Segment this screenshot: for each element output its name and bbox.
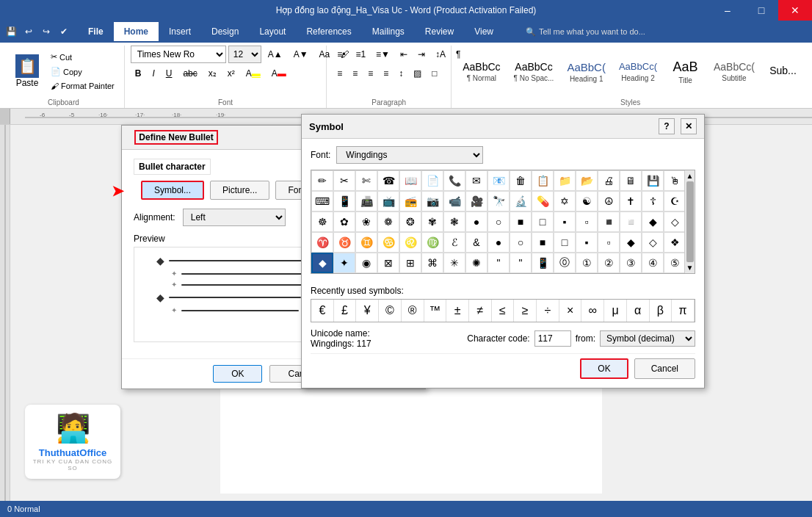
- recent-geq[interactable]: ≥: [514, 300, 537, 322]
- sym-45[interactable]: ▪: [554, 212, 576, 232]
- sym-2[interactable]: ✄: [355, 170, 377, 191]
- sym-26[interactable]: 🔬: [510, 191, 532, 212]
- recent-plusminus[interactable]: ±: [446, 300, 469, 322]
- maximize-button[interactable]: □: [744, 0, 778, 21]
- recent-div[interactable]: ÷: [537, 300, 559, 322]
- symbol-cancel-btn[interactable]: Cancel: [634, 358, 695, 379]
- tab-references[interactable]: References: [296, 22, 361, 41]
- sym-4[interactable]: 📖: [399, 170, 421, 191]
- sym-62[interactable]: □: [554, 232, 576, 253]
- sym-29[interactable]: ☯: [576, 191, 598, 212]
- sym-20[interactable]: 📺: [377, 191, 399, 212]
- sym-9[interactable]: 🗑: [510, 170, 532, 191]
- shading-button[interactable]: ▨: [409, 65, 426, 82]
- picture-btn[interactable]: Picture...: [210, 181, 269, 200]
- sym-12[interactable]: 📂: [576, 170, 598, 191]
- sym-1[interactable]: ✂: [333, 170, 355, 191]
- sym-48[interactable]: ◽: [620, 212, 642, 232]
- sym-21[interactable]: 📻: [399, 191, 421, 212]
- font-grow-button[interactable]: A▲: [264, 46, 287, 63]
- style-normal[interactable]: AaBbCc ¶ Normal: [457, 58, 505, 85]
- border-button[interactable]: □: [427, 65, 441, 82]
- style-heading1[interactable]: AaBbC( Heading 1: [562, 57, 611, 85]
- sym-6[interactable]: 📞: [443, 170, 465, 191]
- sym-35[interactable]: ✿: [333, 212, 355, 232]
- sym-24[interactable]: 🎥: [465, 191, 487, 212]
- sym-78[interactable]: 📱: [532, 253, 554, 273]
- sym-30[interactable]: ☮: [598, 191, 620, 212]
- sym-0[interactable]: ✏: [311, 170, 333, 191]
- sym-23[interactable]: 📹: [443, 191, 465, 212]
- sym-63[interactable]: ▪: [576, 232, 598, 253]
- sym-65[interactable]: ◆: [620, 232, 642, 253]
- font-size-select[interactable]: 12: [228, 46, 261, 63]
- sym-59[interactable]: ●: [487, 232, 510, 253]
- undo-qa-button[interactable]: ↩: [21, 24, 37, 40]
- justify-button[interactable]: ≡: [379, 65, 393, 82]
- recent-euro[interactable]: €: [311, 300, 334, 322]
- font-name-select[interactable]: Times New Ro: [131, 46, 226, 63]
- sym-38[interactable]: ❂: [399, 212, 421, 232]
- sym-57[interactable]: ℰ: [443, 232, 465, 253]
- sym-58[interactable]: &: [465, 232, 487, 253]
- recent-inf[interactable]: ∞: [581, 300, 604, 322]
- recent-copyright[interactable]: ©: [379, 300, 402, 322]
- sym-81[interactable]: ②: [598, 253, 620, 273]
- sym-83[interactable]: ④: [642, 253, 664, 273]
- symbol-help-btn[interactable]: ?: [659, 118, 675, 134]
- sym-77[interactable]: ": [510, 253, 532, 273]
- tab-review[interactable]: Review: [415, 22, 464, 41]
- sym-14[interactable]: 🖥: [620, 170, 642, 191]
- sym-19[interactable]: 📠: [355, 191, 377, 212]
- recent-pi[interactable]: π: [672, 300, 695, 322]
- sym-52[interactable]: ♉: [333, 232, 355, 253]
- symbol-scrollbar[interactable]: ▲ ▼: [684, 170, 695, 273]
- sort-button[interactable]: ↕A: [431, 46, 450, 63]
- sym-84[interactable]: ⑤: [664, 253, 686, 273]
- sym-37[interactable]: ❁: [377, 212, 399, 232]
- decrease-indent-button[interactable]: ⇤: [396, 46, 412, 63]
- sym-54[interactable]: ♋: [377, 232, 399, 253]
- sym-75[interactable]: ✺: [465, 253, 487, 273]
- sym-72[interactable]: ⊞: [399, 253, 421, 273]
- copy-button[interactable]: 📄 Copy: [47, 65, 118, 79]
- sym-50[interactable]: ◇: [664, 212, 686, 232]
- sym-31[interactable]: ✝: [620, 191, 642, 212]
- sym-15[interactable]: 💾: [642, 170, 664, 191]
- sym-47[interactable]: ◾: [598, 212, 620, 232]
- sym-32[interactable]: ☦: [642, 191, 664, 212]
- multilevel-list-button[interactable]: ≡▼: [371, 46, 394, 63]
- from-select[interactable]: Symbol (decimal) Unicode (hex) ASCII (de…: [600, 330, 695, 347]
- recent-yen[interactable]: ¥: [356, 300, 379, 322]
- sym-36[interactable]: ❀: [355, 212, 377, 232]
- font-select-sym[interactable]: Wingdings Symbol Wingdings 2 Wingdings 3: [336, 146, 483, 164]
- paste-button[interactable]: 📋 Paste: [9, 51, 46, 92]
- sym-3[interactable]: ☎: [377, 170, 399, 191]
- tab-layout[interactable]: Layout: [249, 22, 296, 41]
- sym-80[interactable]: ①: [576, 253, 598, 273]
- scroll-up-btn[interactable]: ▲: [686, 172, 694, 180]
- sym-46[interactable]: ▫: [576, 212, 598, 232]
- symbol-btn[interactable]: Symbol...: [141, 181, 204, 200]
- sym-selected[interactable]: ◆: [311, 253, 333, 273]
- recent-mu[interactable]: μ: [604, 300, 627, 322]
- sym-43[interactable]: ■: [510, 212, 532, 232]
- sym-42[interactable]: ○: [487, 212, 510, 232]
- sym-17[interactable]: ⌨: [311, 191, 333, 212]
- recent-notequal[interactable]: ≠: [469, 300, 492, 322]
- sym-67[interactable]: ❖: [664, 232, 686, 253]
- symbol-dialog[interactable]: Symbol ? ✕ Font: Wingdings Symbol Wingdi…: [301, 114, 705, 388]
- alignment-select[interactable]: Left Centered Right: [183, 209, 286, 226]
- align-left-button[interactable]: ≡: [333, 65, 347, 82]
- recent-pound[interactable]: £: [334, 300, 357, 322]
- sym-51[interactable]: ♈: [311, 232, 333, 253]
- sym-61[interactable]: ■: [532, 232, 554, 253]
- strikethrough-button[interactable]: abc: [178, 65, 201, 82]
- style-no-spacing[interactable]: AaBbCc ¶ No Spac...: [509, 58, 559, 85]
- sym-33[interactable]: ☪: [664, 191, 686, 212]
- align-center-button[interactable]: ≡: [348, 65, 362, 82]
- recent-registered[interactable]: ®: [402, 300, 424, 322]
- style-sub[interactable]: Sub...: [763, 62, 803, 81]
- sym-55[interactable]: ♌: [399, 232, 421, 253]
- recent-beta[interactable]: β: [650, 300, 673, 322]
